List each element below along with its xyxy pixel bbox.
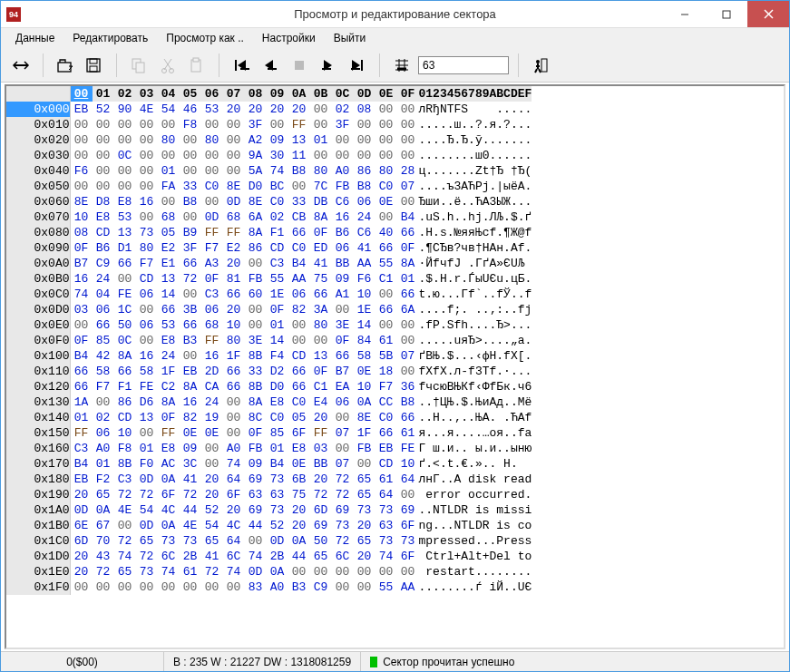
hex-byte[interactable]: 8B bbox=[114, 456, 136, 472]
hex-byte[interactable]: 53 bbox=[201, 102, 223, 117]
hex-byte[interactable]: 72 bbox=[114, 487, 136, 502]
hex-byte[interactable]: 00 bbox=[375, 102, 397, 117]
hex-byte[interactable]: 06 bbox=[332, 240, 354, 256]
hex-byte[interactable]: 00 bbox=[180, 132, 201, 148]
hex-bytes[interactable]: EBF2C30D0A41206469736B2072656164 bbox=[70, 472, 419, 487]
hex-byte[interactable]: C2 bbox=[158, 379, 180, 394]
hex-byte[interactable]: 65 bbox=[136, 533, 158, 549]
hex-row[interactable]: 0x0100000000000F800003F00FF003F000000...… bbox=[6, 117, 532, 132]
hex-col-header[interactable]: 0E bbox=[375, 86, 397, 102]
hex-byte[interactable]: 00 bbox=[245, 317, 267, 333]
hex-byte[interactable]: 43 bbox=[93, 549, 114, 564]
hex-byte[interactable]: 00 bbox=[180, 148, 201, 163]
hex-byte[interactable]: 13 bbox=[114, 225, 136, 240]
hex-byte[interactable]: 73 bbox=[158, 533, 180, 549]
hex-byte[interactable]: BB bbox=[332, 256, 354, 271]
offset-cell[interactable]: 0x0D0 bbox=[6, 302, 70, 317]
ascii-cell[interactable]: ........ѓ іЙ..UЄ bbox=[419, 579, 532, 595]
hex-byte[interactable]: 0D bbox=[267, 533, 288, 549]
hex-byte[interactable]: F8 bbox=[114, 441, 136, 456]
hex-byte[interactable]: B8 bbox=[180, 194, 201, 209]
ascii-cell[interactable]: ....f;. ..‚:..fj bbox=[419, 302, 532, 317]
hex-bytes[interactable]: 162400CD13720F81FB55AA7509F6C101 bbox=[70, 271, 419, 287]
hex-byte[interactable]: 01 bbox=[71, 410, 93, 425]
hex-byte[interactable]: FB bbox=[245, 271, 267, 287]
hex-row[interactable]: 0x190206572726F72206F6363757272656400 er… bbox=[6, 487, 532, 502]
hex-row[interactable]: 0x180EBF2C30D0A41206469736B2072656164лнГ… bbox=[6, 472, 532, 487]
hex-byte[interactable]: C0 bbox=[201, 179, 223, 194]
hex-byte[interactable]: 65 bbox=[114, 564, 136, 579]
ascii-cell[interactable]: .Н.s.№яяЊсf.¶Ж@f bbox=[419, 225, 532, 240]
hex-byte[interactable]: 58 bbox=[354, 348, 375, 364]
hex-byte[interactable]: FE bbox=[114, 287, 136, 302]
hex-byte[interactable]: 10 bbox=[354, 379, 375, 394]
hex-byte[interactable]: 85 bbox=[267, 425, 288, 441]
hex-byte[interactable]: 00 bbox=[136, 302, 158, 317]
hex-byte[interactable]: 01 bbox=[267, 441, 288, 456]
hex-byte[interactable]: 00 bbox=[375, 148, 397, 163]
hex-byte[interactable]: 8A bbox=[114, 348, 136, 364]
hex-byte[interactable]: 00 bbox=[223, 163, 245, 179]
hex-byte[interactable]: B3 bbox=[288, 579, 310, 595]
hex-byte[interactable]: 41 bbox=[354, 240, 375, 256]
hex-byte[interactable]: 6A bbox=[397, 302, 419, 317]
hex-byte[interactable]: 63 bbox=[267, 487, 288, 502]
hex-byte[interactable]: 8A bbox=[180, 379, 201, 394]
offset-cell[interactable]: 0x1F0 bbox=[6, 579, 70, 595]
ascii-cell[interactable]: ....ъ3АЋРј.|ыёА. bbox=[419, 179, 532, 194]
hex-bytes[interactable]: 0066500653666810000100803E140000 bbox=[70, 317, 419, 333]
hex-byte[interactable]: 80 bbox=[310, 163, 332, 179]
offset-cell[interactable]: 0x040 bbox=[6, 163, 70, 179]
hex-byte[interactable]: 00 bbox=[397, 102, 419, 117]
hex-byte[interactable]: 0D bbox=[223, 194, 245, 209]
ascii-cell[interactable]: ·Йfч­fЈ .ГґА»ЄUЉ bbox=[419, 256, 532, 271]
hex-byte[interactable]: 68 bbox=[223, 209, 245, 225]
hex-byte[interactable]: 80 bbox=[201, 132, 223, 148]
hex-byte[interactable]: FB bbox=[354, 441, 375, 456]
hex-byte[interactable]: 00 bbox=[310, 102, 332, 117]
hex-byte[interactable]: 73 bbox=[332, 518, 354, 533]
hex-byte[interactable]: 00 bbox=[93, 163, 114, 179]
hex-byte[interactable]: E8 bbox=[158, 441, 180, 456]
hex-byte[interactable]: 66 bbox=[93, 317, 114, 333]
hex-byte[interactable]: CD bbox=[114, 410, 136, 425]
ascii-cell[interactable]: ..NTLDR is missi bbox=[419, 502, 532, 518]
hex-byte[interactable]: F2 bbox=[93, 472, 114, 487]
hex-byte[interactable]: 14 bbox=[354, 317, 375, 333]
hex-byte[interactable]: 64 bbox=[223, 472, 245, 487]
hex-byte[interactable]: 00 bbox=[310, 333, 332, 348]
hex-row[interactable]: 0x0608ED8E81600B8000D8EC033DBC6060E00Ђши… bbox=[6, 194, 532, 209]
hex-row[interactable]: 0x170B4018BF0AC3C007409B40EBB0700CD10ґ.<… bbox=[6, 456, 532, 472]
hex-byte[interactable]: 16 bbox=[201, 348, 223, 364]
exit-button[interactable] bbox=[528, 53, 553, 78]
hex-byte[interactable]: 00 bbox=[180, 209, 201, 225]
offset-cell[interactable]: 0x0B0 bbox=[6, 271, 70, 287]
hex-byte[interactable]: 00 bbox=[71, 317, 93, 333]
ascii-cell[interactable]: .uS.h..hj.ЛЉ.$.ґ bbox=[419, 209, 532, 225]
hex-byte[interactable]: 66 bbox=[71, 364, 93, 379]
first-button[interactable] bbox=[229, 53, 254, 78]
menu-settings[interactable]: Настройки bbox=[255, 30, 323, 46]
hex-byte[interactable]: CB bbox=[288, 209, 310, 225]
hex-byte[interactable]: 1E bbox=[267, 287, 288, 302]
hex-byte[interactable]: 00 bbox=[158, 194, 180, 209]
hex-byte[interactable]: 06 bbox=[136, 287, 158, 302]
hex-byte[interactable]: C3 bbox=[114, 472, 136, 487]
hex-byte[interactable]: B8 bbox=[354, 179, 375, 194]
hex-byte[interactable]: 00 bbox=[397, 132, 419, 148]
hex-byte[interactable]: E4 bbox=[310, 394, 332, 410]
hex-byte[interactable]: 6E bbox=[71, 518, 93, 533]
hex-byte[interactable]: FF bbox=[158, 425, 180, 441]
hex-byte[interactable]: F6 bbox=[354, 271, 375, 287]
offset-cell[interactable]: 0x180 bbox=[6, 472, 70, 487]
hex-byte[interactable]: FA bbox=[158, 179, 180, 194]
hex-bytes[interactable]: B7C966F7E166A32000C3B441BBAA558A bbox=[70, 256, 419, 271]
hex-byte[interactable]: 90 bbox=[114, 102, 136, 117]
hex-byte[interactable]: 20 bbox=[71, 487, 93, 502]
cut-button[interactable] bbox=[155, 53, 180, 78]
hex-bytes[interactable]: 03061C00663B0620000F823A001E666A bbox=[70, 302, 419, 317]
hex-byte[interactable]: 00 bbox=[136, 163, 158, 179]
hex-byte[interactable]: 61 bbox=[180, 564, 201, 579]
offset-cell[interactable]: 0x0A0 bbox=[6, 256, 70, 271]
stop-button[interactable] bbox=[287, 53, 312, 78]
